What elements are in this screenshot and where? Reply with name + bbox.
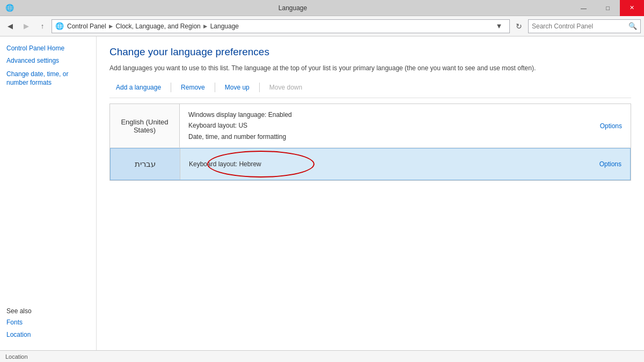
maximize-button[interactable]: □ bbox=[596, 0, 620, 16]
language-name-hebrew: עברית bbox=[111, 149, 180, 180]
refresh-button[interactable]: ↻ bbox=[512, 19, 526, 33]
language-list: English (United States) Windows display … bbox=[109, 104, 631, 181]
see-also-section: See also Fonts Location bbox=[6, 307, 90, 343]
search-input[interactable] bbox=[532, 23, 628, 30]
english-detail-3: Date, time, and number formatting bbox=[188, 131, 579, 142]
up-button[interactable]: ↑ bbox=[35, 19, 49, 33]
language-row-hebrew[interactable]: עברית Keyboard layout: Hebrew Options bbox=[110, 148, 631, 180]
path-control-panel[interactable]: Control Panel bbox=[67, 23, 106, 30]
add-language-button[interactable]: Add a language bbox=[109, 82, 167, 93]
path-icon: 🌐 bbox=[55, 22, 64, 31]
content-area: Change your language preferences Add lan… bbox=[97, 36, 644, 350]
english-options-link[interactable]: Options bbox=[600, 122, 622, 130]
move-down-button[interactable]: Move down bbox=[263, 82, 309, 93]
hebrew-options-link[interactable]: Options bbox=[599, 160, 621, 168]
english-detail-2: Keyboard layout: US bbox=[188, 120, 579, 131]
sidebar-link-home[interactable]: Control Panel Home bbox=[6, 44, 90, 53]
back-button[interactable]: ◀ bbox=[3, 19, 17, 33]
statusbar: Location bbox=[0, 350, 644, 362]
close-button[interactable]: ✕ bbox=[620, 0, 644, 16]
language-name-english: English (United States) bbox=[110, 104, 180, 147]
titlebar: 🌐 Language — □ ✕ bbox=[0, 0, 644, 16]
language-details-english: Windows display language: Enabled Keyboa… bbox=[180, 104, 588, 147]
sidebar: Control Panel Home Advanced settings Cha… bbox=[0, 36, 97, 350]
sidebar-link-fonts[interactable]: Fonts bbox=[6, 318, 90, 327]
hebrew-detail-1: Keyboard layout: Hebrew bbox=[189, 159, 579, 169]
move-up-button[interactable]: Move up bbox=[218, 82, 256, 93]
english-options: Options bbox=[588, 104, 631, 147]
addressbar: ◀ ▶ ↑ 🌐 Control Panel ► Clock, Language,… bbox=[0, 16, 644, 36]
address-path[interactable]: 🌐 Control Panel ► Clock, Language, and R… bbox=[52, 19, 510, 33]
titlebar-icon: 🌐 bbox=[5, 4, 14, 12]
path-language[interactable]: Language bbox=[210, 23, 239, 30]
search-box[interactable]: 🔍 bbox=[528, 19, 641, 33]
main-layout: Control Panel Home Advanced settings Cha… bbox=[0, 36, 644, 350]
address-dropdown-button[interactable]: ▼ bbox=[492, 19, 506, 33]
sidebar-link-advanced[interactable]: Advanced settings bbox=[6, 56, 90, 65]
minimize-button[interactable]: — bbox=[572, 0, 596, 16]
language-details-hebrew: Keyboard layout: Hebrew bbox=[180, 149, 587, 180]
hebrew-options: Options bbox=[587, 149, 630, 180]
titlebar-buttons: — □ ✕ bbox=[572, 0, 644, 16]
see-also-label: See also bbox=[6, 307, 90, 315]
path-clock-region[interactable]: Clock, Language, and Region bbox=[116, 23, 201, 30]
sidebar-link-location[interactable]: Location bbox=[6, 330, 90, 339]
language-toolbar: Add a language Remove Move up Move down bbox=[109, 82, 631, 98]
language-row-english[interactable]: English (United States) Windows display … bbox=[110, 104, 631, 148]
search-icon: 🔍 bbox=[628, 22, 637, 30]
page-title: Change your language preferences bbox=[109, 46, 631, 58]
page-description: Add languages you want to use to this li… bbox=[109, 63, 631, 73]
status-location: Location bbox=[5, 353, 28, 360]
forward-button[interactable]: ▶ bbox=[19, 19, 33, 33]
sidebar-link-date-formats[interactable]: Change date, time, or number formats bbox=[6, 70, 90, 88]
titlebar-title: Language bbox=[14, 4, 572, 12]
english-detail-1: Windows display language: Enabled bbox=[188, 109, 579, 120]
remove-button[interactable]: Remove bbox=[174, 82, 211, 93]
